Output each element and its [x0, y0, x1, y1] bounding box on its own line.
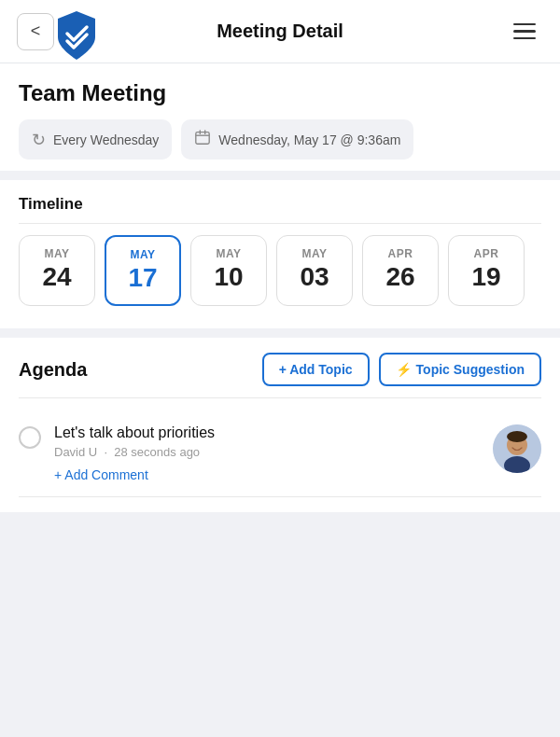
date-month: MAY [301, 247, 327, 260]
datetime-pill: Wednesday, May 17 @ 9:36am [181, 119, 413, 160]
recurrence-label: Every Wednesday [53, 132, 159, 147]
svg-point-7 [507, 431, 527, 442]
add-topic-button[interactable]: + Add Topic [262, 353, 370, 386]
schedule-row: ↻ Every Wednesday Wednesday, May 17 @ 9:… [19, 119, 541, 160]
date-day: 03 [300, 262, 329, 292]
meeting-title: Team Meeting [19, 80, 541, 106]
recurrence-pill: ↻ Every Wednesday [19, 119, 172, 160]
back-button[interactable]: < [17, 13, 54, 50]
menu-bar-3 [513, 37, 536, 40]
timeline-label: Timeline [19, 195, 541, 224]
date-card-2[interactable]: MAY 10 [190, 235, 267, 306]
agenda-item-title-0: Let's talk about priorities [54, 424, 480, 441]
date-month: MAY [216, 247, 241, 260]
calendar-icon [194, 129, 211, 150]
agenda-item-meta-0: David U · 28 seconds ago [54, 445, 480, 459]
agenda-item-0: Let's talk about priorities David U · 28… [19, 411, 541, 496]
date-day: 10 [214, 262, 243, 292]
date-card-1[interactable]: MAY 17 [105, 235, 181, 306]
date-month: APR [388, 247, 413, 260]
agenda-header: Agenda + Add Topic ⚡ Topic Suggestion [19, 353, 541, 398]
date-day: 19 [471, 262, 500, 292]
date-card-3[interactable]: MAY 03 [276, 235, 353, 306]
agenda-label: Agenda [19, 359, 87, 381]
date-month: MAY [130, 248, 155, 261]
menu-bar-2 [513, 30, 536, 33]
timeline-cards: MAY 24 MAY 17 MAY 10 MAY 03 APR 26 APR 1… [19, 235, 541, 310]
topic-suggestion-button[interactable]: ⚡ Topic Suggestion [379, 353, 541, 386]
date-day: 26 [385, 262, 414, 292]
page-title: Meeting Detail [54, 21, 506, 42]
date-month: APR [474, 247, 499, 260]
agenda-items-container: Let's talk about priorities David U · 28… [19, 411, 541, 497]
timeline-section: Timeline MAY 24 MAY 17 MAY 10 MAY 03 APR… [0, 180, 560, 328]
svg-rect-0 [196, 132, 209, 145]
agenda-buttons: + Add Topic ⚡ Topic Suggestion [262, 353, 541, 386]
refresh-icon: ↻ [32, 130, 46, 150]
lightning-icon: ⚡ [396, 362, 412, 377]
add-comment-link-0[interactable]: + Add Comment [54, 467, 148, 482]
datetime-label: Wednesday, May 17 @ 9:36am [218, 132, 400, 147]
date-month: MAY [44, 247, 69, 260]
agenda-avatar-0 [493, 424, 541, 473]
agenda-divider-0 [19, 496, 541, 497]
date-day: 24 [42, 262, 71, 292]
date-card-0[interactable]: MAY 24 [19, 235, 95, 306]
date-card-5[interactable]: APR 19 [448, 235, 525, 306]
menu-button[interactable] [506, 13, 543, 50]
agenda-section: Agenda + Add Topic ⚡ Topic Suggestion Le… [0, 338, 560, 512]
agenda-content-0: Let's talk about priorities David U · 28… [54, 424, 480, 483]
agenda-radio-0[interactable] [19, 426, 41, 449]
back-icon: < [31, 21, 41, 41]
date-day: 17 [128, 263, 157, 293]
app-header: < Meeting Detail [0, 0, 560, 63]
date-card-4[interactable]: APR 26 [362, 235, 439, 306]
menu-bar-1 [513, 23, 536, 26]
meeting-title-section: Team Meeting ↻ Every Wednesday Wednesday… [0, 63, 560, 171]
